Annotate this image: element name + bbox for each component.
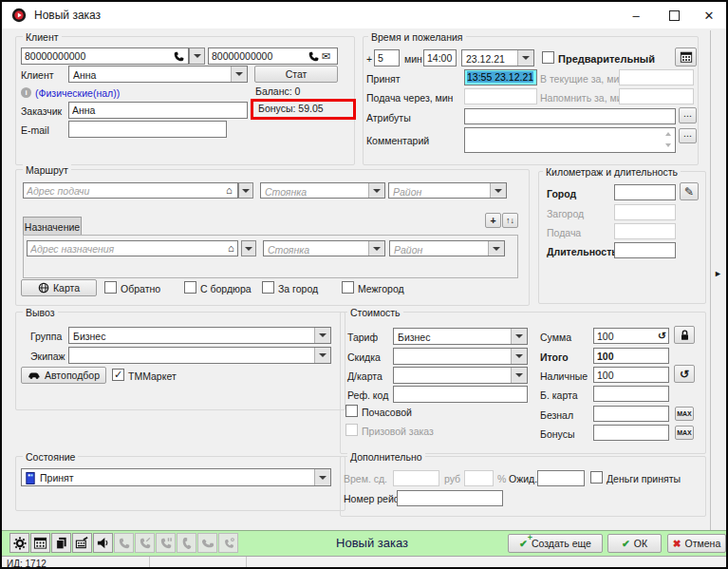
checkbox-out-of-town[interactable] (262, 281, 274, 294)
calendar-button[interactable] (675, 47, 697, 66)
district-placeholder: Район (393, 186, 421, 198)
add-destination-button[interactable]: + (485, 213, 501, 228)
feed-after-input[interactable] (464, 88, 537, 104)
time-group-label: Время и пожелания (368, 31, 466, 43)
in-current-input[interactable] (619, 69, 694, 85)
discount-combo[interactable] (393, 348, 528, 365)
attributes-more-button[interactable]: ... (679, 107, 697, 123)
duration-label: Длительность (547, 247, 618, 258)
comment-textarea[interactable] (464, 127, 676, 153)
sound-button[interactable] (93, 533, 113, 553)
phone-history-dropdown[interactable] (189, 47, 205, 65)
destination-district-combo[interactable]: Район (389, 240, 505, 256)
chevron-down-icon (517, 50, 533, 66)
cost-group-label: Стоимость (347, 307, 403, 318)
sort-destinations-button[interactable]: ↑↓ (502, 213, 518, 228)
pickup-address-dropdown[interactable] (238, 182, 253, 199)
destination-address-input[interactable] (27, 240, 238, 256)
edit-route-button[interactable]: ✎ (680, 182, 699, 200)
order-status-icon (26, 472, 35, 484)
comment-more-button[interactable]: ... (679, 128, 697, 143)
time-input[interactable] (423, 49, 457, 66)
checkbox-intercity[interactable] (342, 281, 354, 294)
destination-parking-combo[interactable]: Стоянка (263, 240, 385, 256)
tmmarket-label: ТММаркет (128, 371, 177, 383)
hourly-checkbox[interactable] (345, 405, 358, 417)
preliminary-checkbox[interactable] (542, 51, 554, 64)
city-km-input[interactable] (614, 184, 676, 200)
maximize-button[interactable] (659, 2, 689, 28)
email-input[interactable] (68, 121, 227, 138)
cashless-label: Безнал (540, 410, 573, 422)
remind-input[interactable] (619, 88, 694, 104)
wait-label: Ожид. (509, 474, 537, 485)
feed-km-input[interactable] (614, 223, 676, 239)
speaker-icon (96, 536, 110, 550)
checkbox-curb[interactable] (184, 281, 196, 294)
temp-shift-input[interactable] (393, 470, 439, 486)
stat-button[interactable]: Стат (254, 66, 338, 83)
state-combo[interactable]: Принят (21, 468, 331, 486)
percent-label: % (497, 474, 506, 485)
envelope-icon: ✉ (322, 50, 330, 62)
cash-register-button[interactable] (72, 533, 92, 553)
client-name-combo[interactable]: Анна (68, 66, 248, 83)
phone-icon (308, 50, 320, 63)
create-more-button[interactable]: ✔+ Создать еще (508, 534, 603, 553)
ok-button[interactable]: ✔ ОК (607, 534, 662, 553)
customer-input[interactable] (68, 102, 248, 119)
destination-address-dropdown[interactable] (241, 240, 256, 256)
refresh-cash-button[interactable]: ↺ (674, 365, 695, 383)
cashless-max-button[interactable]: MAX (675, 407, 694, 421)
cash-input[interactable] (593, 367, 669, 383)
refcode-input[interactable] (393, 386, 528, 403)
offset-min-input[interactable] (374, 49, 400, 66)
dcard-combo[interactable] (393, 367, 528, 384)
suburb-km-input[interactable] (614, 204, 676, 220)
rub-percent-input[interactable] (464, 470, 494, 486)
lock-sum-button[interactable] (674, 326, 695, 344)
date-combo[interactable]: 23.12.21 (461, 49, 534, 66)
close-button[interactable]: ✕ (693, 2, 725, 28)
map-button[interactable]: Карта (21, 279, 97, 296)
duration-input[interactable] (614, 242, 676, 258)
total-input[interactable] (593, 348, 669, 364)
autoselect-button[interactable]: Автоподбор (21, 367, 106, 384)
attributes-input[interactable] (464, 108, 676, 124)
bankcard-input[interactable] (593, 386, 669, 402)
chevron-down-icon[interactable] (665, 143, 671, 147)
accepted-time-field[interactable]: 13:55 23.12.21 (464, 69, 537, 85)
tariff-combo[interactable]: Бизнес (393, 328, 528, 345)
bonus-input[interactable] (593, 425, 669, 441)
group-combo[interactable]: Бизнес (68, 327, 331, 344)
client-name-value: Анна (73, 69, 96, 81)
calendar-toolbar-button[interactable] (30, 533, 50, 553)
cancel-button[interactable]: ✖ Отмена (667, 534, 726, 553)
pickup-parking-combo[interactable]: Стоянка (260, 182, 385, 199)
pickup-district-combo[interactable]: Район (388, 182, 507, 199)
tariff-value: Бизнес (398, 332, 430, 343)
flight-number-input[interactable] (397, 490, 503, 506)
pickup-address-input[interactable] (23, 182, 238, 199)
expand-panel-arrow[interactable]: ► (714, 269, 722, 278)
bonus-max-button[interactable]: MAX (675, 426, 694, 440)
destination-tab[interactable]: Назначение (23, 217, 82, 236)
crew-combo[interactable] (68, 347, 331, 364)
client-category-link[interactable]: (Физические(нал)) (35, 88, 120, 100)
chevron-up-icon[interactable] (665, 132, 671, 136)
crew-label: Экипаж (30, 351, 65, 363)
tmmarket-checkbox[interactable]: ✓ (112, 369, 124, 381)
extra-group (340, 456, 706, 517)
money-accepted-checkbox[interactable] (590, 471, 603, 484)
copy-order-button[interactable] (51, 533, 71, 553)
car-icon (28, 370, 41, 380)
phone-incoming-icon (139, 537, 152, 550)
checkbox-return[interactable] (104, 281, 117, 294)
info-icon: i (21, 87, 31, 98)
wait-input[interactable] (537, 470, 585, 486)
phone-primary-input[interactable] (21, 47, 189, 65)
refresh-icon[interactable]: ↺ (658, 331, 666, 342)
cashless-input[interactable] (593, 406, 669, 422)
minimize-button[interactable]: – (621, 2, 651, 28)
settings-button[interactable] (9, 533, 29, 553)
